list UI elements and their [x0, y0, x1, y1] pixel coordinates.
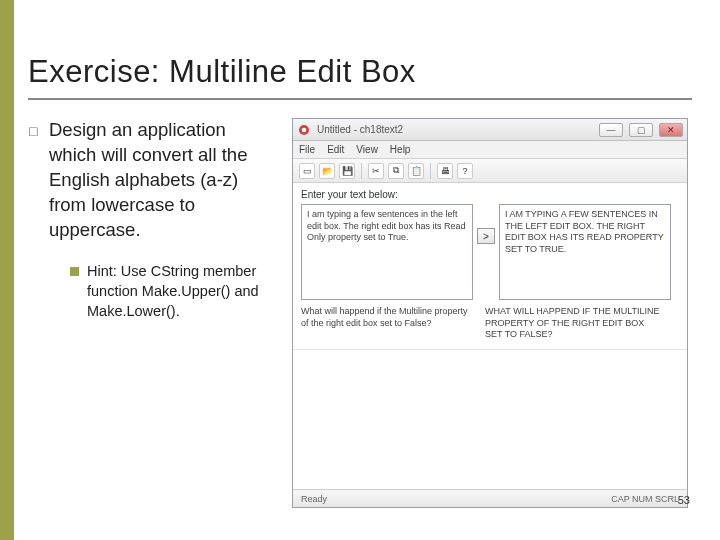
question-row: What will happend if the Multiline prope… [293, 304, 687, 349]
screenshot-column: Untitled - ch18text2 — ▢ ✕ File Edit Vie… [292, 118, 692, 508]
convert-button[interactable]: > [477, 228, 495, 244]
toolbar-separator [430, 163, 431, 179]
open-icon[interactable]: 📂 [319, 163, 335, 179]
menu-edit[interactable]: Edit [327, 144, 344, 155]
statusbar: Ready CAP NUM SCRL [293, 489, 687, 507]
app-window: Untitled - ch18text2 — ▢ ✕ File Edit Vie… [292, 118, 688, 508]
slide-accent-bar [0, 0, 14, 540]
app-icon [297, 123, 311, 137]
bullet-item: ◻ Design an application which will conve… [28, 118, 276, 243]
client-area: Enter your text below: I am typing a few… [293, 183, 687, 304]
sub-bullet-square-icon [70, 267, 79, 276]
window-title: Untitled - ch18text2 [317, 124, 593, 135]
content-columns: ◻ Design an application which will conve… [28, 118, 692, 508]
page-number: 53 [678, 494, 690, 506]
menu-view[interactable]: View [356, 144, 378, 155]
left-editbox[interactable]: I am typing a few sentences in the left … [301, 204, 473, 300]
bullet-text: Design an application which will convert… [49, 118, 276, 243]
close-button[interactable]: ✕ [659, 123, 683, 137]
cut-icon[interactable]: ✂ [368, 163, 384, 179]
status-indicators: CAP NUM SCRL [611, 494, 679, 504]
text-column: ◻ Design an application which will conve… [28, 118, 276, 508]
menu-help[interactable]: Help [390, 144, 411, 155]
right-editbox[interactable]: I AM TYPING A FEW SENTENCES IN THE LEFT … [499, 204, 671, 300]
new-icon[interactable]: ▭ [299, 163, 315, 179]
print-icon[interactable]: 🖶 [437, 163, 453, 179]
status-ready: Ready [301, 494, 327, 504]
slide-body: Exercise: Multiline Edit Box ◻ Design an… [0, 0, 720, 508]
minimize-button[interactable]: — [599, 123, 623, 137]
edit-area: I am typing a few sentences in the left … [301, 204, 679, 300]
question-right: WHAT WILL HAPPEND IF THE MULTILINE PROPE… [485, 306, 661, 341]
question-left: What will happend if the Multiline prope… [301, 306, 477, 341]
title-rule [28, 98, 692, 100]
sub-bullet-item: Hint: Use CString member function Make.U… [70, 261, 276, 322]
help-icon[interactable]: ? [457, 163, 473, 179]
svg-point-1 [302, 127, 306, 131]
titlebar: Untitled - ch18text2 — ▢ ✕ [293, 119, 687, 141]
maximize-button[interactable]: ▢ [629, 123, 653, 137]
blank-area [293, 349, 687, 489]
page-title: Exercise: Multiline Edit Box [28, 54, 692, 90]
sub-bullet-text: Hint: Use CString member function Make.U… [87, 261, 276, 322]
menu-file[interactable]: File [299, 144, 315, 155]
toolbar: ▭ 📂 💾 ✂ ⧉ 📋 🖶 ? [293, 159, 687, 183]
toolbar-separator [361, 163, 362, 179]
copy-icon[interactable]: ⧉ [388, 163, 404, 179]
bullet-square-icon: ◻ [28, 118, 39, 243]
paste-icon[interactable]: 📋 [408, 163, 424, 179]
prompt-label: Enter your text below: [301, 189, 679, 200]
menubar: File Edit View Help [293, 141, 687, 159]
save-icon[interactable]: 💾 [339, 163, 355, 179]
